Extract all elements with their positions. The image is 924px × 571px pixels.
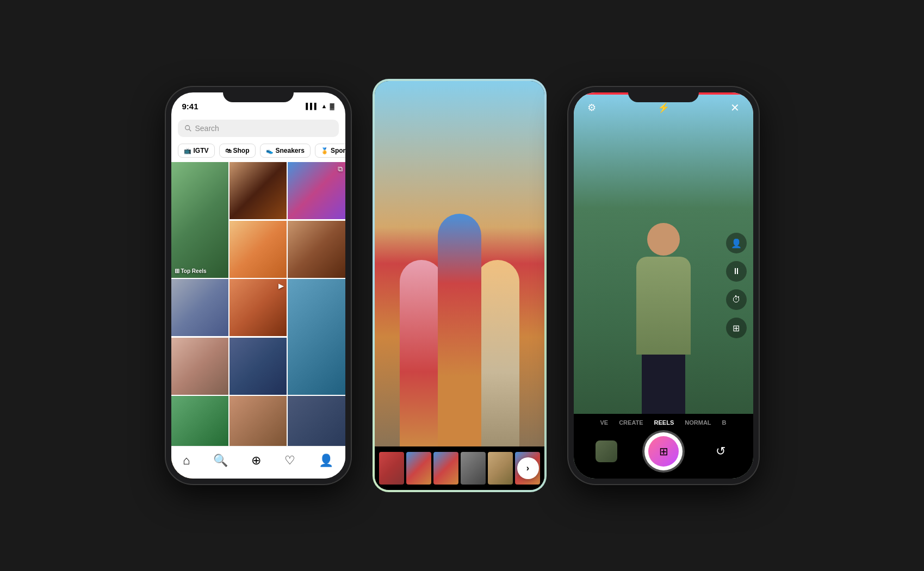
grid-cell-6[interactable] bbox=[171, 279, 228, 336]
reels-screen: › bbox=[375, 81, 544, 490]
person-body bbox=[636, 257, 691, 355]
camera-tool-4[interactable]: ⊞ bbox=[726, 318, 747, 338]
reels-small-icon: ⊞ bbox=[175, 268, 179, 275]
person-head bbox=[647, 223, 680, 256]
flip-camera-button[interactable]: ↺ bbox=[710, 441, 731, 462]
grid-cell-9[interactable] bbox=[171, 338, 228, 395]
grid-cell-8[interactable] bbox=[288, 279, 345, 395]
grid-cell-1[interactable]: ⊞ Top Reels bbox=[171, 162, 228, 278]
mode-ve[interactable]: VE bbox=[600, 419, 608, 426]
phone-notch bbox=[223, 87, 294, 102]
camera-bottom: VE CREATE REELS NORMAL B ⊞ ↺ bbox=[574, 414, 753, 479]
capture-button-inner: ⊞ bbox=[648, 436, 679, 467]
explore-screen: 9:41 ▌▌▌ ▲ ▓ Search 📺 IGTV 🛍 Shop bbox=[171, 92, 345, 479]
grid-cell-10[interactable] bbox=[230, 338, 287, 395]
phone-explore: 9:41 ▌▌▌ ▲ ▓ Search 📺 IGTV 🛍 Shop bbox=[166, 87, 351, 484]
grid-cell-13[interactable] bbox=[288, 396, 345, 453]
figure-left bbox=[400, 260, 443, 446]
camera-tool-3[interactable]: ⏱ bbox=[726, 289, 747, 310]
mode-selector: VE CREATE REELS NORMAL B bbox=[582, 419, 745, 426]
person-subject bbox=[615, 223, 712, 413]
gallery-thumbnail[interactable] bbox=[596, 440, 617, 462]
shop-icon: 🛍 bbox=[225, 147, 231, 154]
thumb-1[interactable] bbox=[379, 452, 404, 485]
phone3-notch bbox=[628, 87, 699, 102]
thumb-3[interactable] bbox=[433, 452, 458, 485]
phone-camera: ⚙ ⚡ ✕ 👤 ⏸ ⏱ ⊞ VE CREATE bbox=[568, 87, 759, 484]
status-time: 9:41 bbox=[182, 102, 199, 111]
flip-icon: ↺ bbox=[716, 444, 725, 458]
sneakers-icon: 👟 bbox=[266, 147, 274, 154]
status-icons: ▌▌▌ ▲ ▓ bbox=[306, 103, 334, 109]
nav-search-icon[interactable]: 🔍 bbox=[213, 454, 228, 468]
camera-tool-2[interactable]: ⏸ bbox=[726, 261, 747, 282]
thumb-2[interactable] bbox=[406, 452, 431, 485]
chip-shop-label: Shop bbox=[233, 147, 250, 154]
mode-reels[interactable]: REELS bbox=[654, 419, 674, 426]
grid-cell-2[interactable] bbox=[230, 162, 287, 219]
wifi-icon: ▲ bbox=[321, 103, 327, 109]
search-icon bbox=[184, 125, 192, 132]
settings-cam-button[interactable]: ⚙ bbox=[582, 98, 601, 117]
battery-icon: ▓ bbox=[330, 103, 334, 109]
chip-sneakers[interactable]: 👟 Sneakers bbox=[260, 144, 311, 158]
grid-cell-11[interactable] bbox=[171, 396, 228, 453]
dancer-figures bbox=[375, 136, 544, 446]
chip-igtv[interactable]: 📺 IGTV bbox=[178, 144, 215, 158]
capture-row: ⊞ ↺ bbox=[582, 432, 745, 470]
right-tools: 👤 ⏸ ⏱ ⊞ bbox=[726, 233, 747, 338]
person-legs bbox=[642, 355, 685, 420]
figure-center bbox=[438, 214, 481, 446]
gradient-border: › bbox=[373, 79, 547, 492]
category-chips: 📺 IGTV 🛍 Shop 👟 Sneakers 🏅 Sports Archit… bbox=[171, 140, 345, 161]
nav-home-icon[interactable]: ⌂ bbox=[183, 454, 190, 468]
search-bar[interactable]: Search bbox=[178, 120, 339, 137]
camera-screen: ⚙ ⚡ ✕ 👤 ⏸ ⏱ ⊞ VE CREATE bbox=[574, 92, 753, 479]
grid-cell-7[interactable]: ▶ bbox=[230, 279, 287, 336]
sports-icon: 🏅 bbox=[321, 147, 328, 154]
top-reels-badge: ⊞ Top Reels bbox=[175, 268, 207, 275]
mode-b[interactable]: B bbox=[722, 419, 727, 426]
capture-button[interactable]: ⊞ bbox=[644, 432, 683, 470]
grid-cell-5[interactable] bbox=[288, 221, 345, 278]
next-button[interactable]: › bbox=[517, 457, 539, 479]
svg-point-0 bbox=[185, 126, 189, 130]
reel-video-bg bbox=[375, 81, 544, 446]
top-reels-label: Top Reels bbox=[181, 268, 207, 274]
multi-photo-icon: ⧉ bbox=[338, 165, 343, 173]
search-placeholder: Search bbox=[195, 124, 219, 133]
nav-profile-icon[interactable]: 👤 bbox=[319, 454, 333, 468]
figure-right bbox=[476, 260, 519, 446]
signal-icon: ▌▌▌ bbox=[306, 103, 318, 109]
photo-grid: ⊞ Top Reels ⧉ ▶ bbox=[171, 161, 345, 479]
thumb-5[interactable] bbox=[488, 452, 513, 485]
close-button[interactable]: ✕ bbox=[725, 98, 745, 117]
grid-cell-4[interactable] bbox=[230, 221, 287, 278]
grid-cell-3[interactable]: ⧉ bbox=[288, 162, 345, 219]
nav-add-icon[interactable]: ⊕ bbox=[251, 454, 261, 468]
svg-line-1 bbox=[189, 129, 191, 132]
phone-reels: › bbox=[373, 79, 547, 492]
chip-igtv-label: IGTV bbox=[194, 147, 209, 154]
camera-bg: ⚙ ⚡ ✕ 👤 ⏸ ⏱ ⊞ VE CREATE bbox=[574, 92, 753, 479]
reels-capture-icon: ⊞ bbox=[659, 445, 668, 458]
video-icon: ▶ bbox=[278, 282, 284, 290]
thumb-4[interactable] bbox=[461, 452, 486, 485]
bottom-nav: ⌂ 🔍 ⊕ ♡ 👤 bbox=[171, 446, 345, 479]
chip-sports-label: Sports bbox=[331, 147, 345, 154]
igtv-icon: 📺 bbox=[184, 147, 191, 154]
grid-cell-12[interactable] bbox=[230, 396, 287, 453]
mode-create[interactable]: CREATE bbox=[619, 419, 643, 426]
camera-tool-1[interactable]: 👤 bbox=[726, 233, 747, 253]
mode-normal[interactable]: NORMAL bbox=[685, 419, 711, 426]
chip-sneakers-label: Sneakers bbox=[276, 147, 305, 154]
chip-shop[interactable]: 🛍 Shop bbox=[219, 144, 256, 158]
chip-sports[interactable]: 🏅 Sports bbox=[315, 144, 345, 158]
nav-heart-icon[interactable]: ♡ bbox=[284, 454, 295, 468]
